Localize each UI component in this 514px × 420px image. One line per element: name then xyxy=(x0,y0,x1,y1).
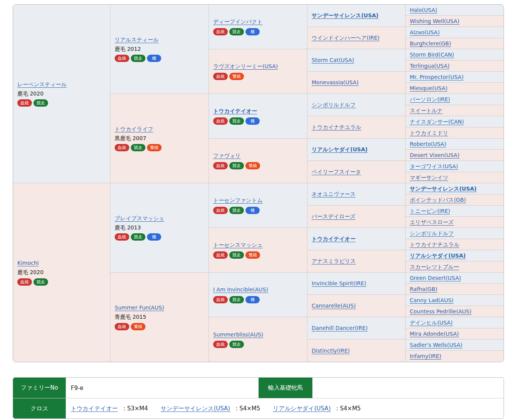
badge-bloodline[interactable]: 血統 xyxy=(213,207,228,214)
badge-bloodline[interactable]: 血統 xyxy=(115,233,129,241)
horse-link[interactable]: トニービン(IRE) xyxy=(410,207,450,214)
horse-link[interactable]: デインヒル(USA) xyxy=(410,319,453,326)
badge-racing[interactable]: 競走 xyxy=(229,251,244,259)
horse-link[interactable]: スカーレツトブルー xyxy=(410,263,459,270)
badge-bloodline[interactable]: 血統 xyxy=(115,323,129,330)
badge-breeding[interactable]: 繁殖 xyxy=(245,162,260,169)
badge-bloodline[interactable]: 血統 xyxy=(213,296,228,303)
horse-link[interactable]: バースデイローズ xyxy=(312,213,355,220)
horse-link[interactable]: エリザベスローズ xyxy=(410,219,454,226)
horse-link[interactable]: Infamy(IRE) xyxy=(410,353,441,360)
horse-link[interactable]: サンデーサイレンス(USA) xyxy=(161,405,230,412)
horse-link[interactable]: Rafha(GB) xyxy=(410,286,437,293)
badge-bloodline[interactable]: 血統 xyxy=(213,251,228,259)
badge-breeding[interactable]: 繁殖 xyxy=(245,251,260,259)
horse-link[interactable]: Danehill Dancer(IRE) xyxy=(312,325,368,331)
badge-bloodline[interactable]: 血統 xyxy=(213,341,228,348)
badge-stud[interactable]: 種 xyxy=(245,28,260,35)
horse-link[interactable]: リアルシヤダイ(USA) xyxy=(312,146,367,153)
horse-link[interactable]: トウカイナチユラル xyxy=(312,124,361,131)
horse-link[interactable]: サンデーサイレンス(USA) xyxy=(312,12,379,19)
horse-link[interactable]: Monevassia(USA) xyxy=(312,79,359,86)
badge-racing[interactable]: 競走 xyxy=(229,296,244,303)
horse-link[interactable]: ブレイブスマッシュ xyxy=(115,215,164,222)
horse-link[interactable]: リアルスティール xyxy=(115,36,159,43)
badge-racing[interactable]: 競走 xyxy=(229,117,244,125)
horse-link[interactable]: Countess Pedrille(AUS) xyxy=(410,308,471,315)
badge-racing[interactable]: 競走 xyxy=(131,55,145,62)
horse-link[interactable]: Roberto(USA) xyxy=(410,141,446,147)
horse-link[interactable]: Sadler's Wells(USA) xyxy=(410,341,462,348)
badge-racing[interactable]: 競走 xyxy=(229,207,244,214)
horse-link[interactable]: サンデーサイレンス(USA) xyxy=(410,185,477,192)
badge-bloodline[interactable]: 血統 xyxy=(213,117,228,125)
horse-link[interactable]: Kimochi xyxy=(17,259,39,266)
horse-link[interactable]: Distinctly(IRE) xyxy=(312,347,350,354)
horse-link[interactable]: マギーサンイツ xyxy=(410,174,448,181)
horse-link[interactable]: ウインドインハーヘア(IRE) xyxy=(312,34,380,41)
badge-racing[interactable]: 競走 xyxy=(229,162,244,169)
badge-bloodline[interactable]: 血統 xyxy=(17,99,32,107)
horse-link[interactable]: トウカイナチユラル xyxy=(410,241,459,248)
horse-link[interactable]: Halo(USA) xyxy=(410,7,437,13)
horse-link[interactable]: Green Desert(USA) xyxy=(410,274,461,281)
badge-bloodline[interactable]: 血統 xyxy=(115,55,129,62)
horse-link[interactable]: Terlingua(USA) xyxy=(410,62,449,69)
badge-stud[interactable]: 種 xyxy=(147,233,161,241)
horse-link[interactable]: Summer Fun(AUS) xyxy=(115,304,164,311)
horse-link[interactable]: ターゴワイス(USA) xyxy=(410,163,458,170)
badge-bloodline[interactable]: 血統 xyxy=(115,144,129,151)
horse-link[interactable]: Wishing Well(USA) xyxy=(410,18,459,25)
horse-link[interactable]: トウカイテイオー xyxy=(71,405,118,412)
horse-link[interactable]: Mira Adonde(USA) xyxy=(410,330,459,337)
horse-link[interactable]: Desert Vixen(USA) xyxy=(410,152,459,159)
badge-stud[interactable]: 種 xyxy=(245,207,260,214)
badge-bloodline[interactable]: 血統 xyxy=(213,73,228,80)
horse-link[interactable]: I Am Invincible(AUS) xyxy=(213,286,268,293)
badge-racing[interactable]: 競走 xyxy=(229,28,244,35)
badge-bloodline[interactable]: 血統 xyxy=(17,278,32,286)
badge-racing[interactable]: 競走 xyxy=(33,278,48,286)
horse-link[interactable]: ネオユニヴァース xyxy=(312,191,355,197)
badge-bloodline[interactable]: 血統 xyxy=(213,162,228,169)
horse-link[interactable]: シンボリルドルフ xyxy=(312,101,356,108)
horse-link[interactable]: リアルシヤダイ(USA) xyxy=(273,405,330,412)
horse-link[interactable]: ポインテッドパス(GB) xyxy=(410,196,466,203)
horse-link[interactable]: シンボリルドルフ xyxy=(410,230,454,237)
horse-link[interactable]: レーベンスティール xyxy=(17,81,67,88)
horse-link[interactable]: トウカイミドリ xyxy=(410,129,448,136)
horse-link[interactable]: スイートルナ xyxy=(410,107,443,114)
horse-link[interactable]: Alzao(USA) xyxy=(410,29,440,36)
badge-stud[interactable]: 種 xyxy=(245,117,260,125)
horse-link[interactable]: Mr. Prospector(USA) xyxy=(410,74,464,80)
horse-link[interactable]: Invincible Spirit(IRE) xyxy=(312,280,366,287)
horse-link[interactable]: ファヴォリ xyxy=(213,152,241,159)
badge-breeding[interactable]: 繁殖 xyxy=(229,73,244,80)
badge-racing[interactable]: 競走 xyxy=(33,99,48,107)
horse-link[interactable]: アナスミラビリス xyxy=(312,258,356,264)
horse-link[interactable]: ラヴズオンリーミー(USA) xyxy=(213,63,278,70)
horse-link[interactable]: トウカイテイオー xyxy=(312,235,355,242)
badge-racing[interactable]: 競走 xyxy=(229,341,244,348)
horse-link[interactable]: パーソロン(IRE) xyxy=(410,96,450,103)
horse-link[interactable]: トーセンスマッシュ xyxy=(213,241,263,248)
horse-link[interactable]: トーセンファントム xyxy=(213,197,263,204)
horse-link[interactable]: ディープインパクト xyxy=(213,18,263,25)
horse-link[interactable]: ベイリーフスイータ xyxy=(312,168,361,175)
badge-stud[interactable]: 種 xyxy=(245,296,260,303)
badge-breeding[interactable]: 繁殖 xyxy=(147,144,162,151)
badge-stud[interactable]: 種 xyxy=(147,55,161,62)
badge-racing[interactable]: 競走 xyxy=(131,144,145,151)
horse-link[interactable]: Canny Lad(AUS) xyxy=(410,297,454,304)
badge-breeding[interactable]: 繁殖 xyxy=(131,323,145,330)
horse-link[interactable]: Storm Cat(USA) xyxy=(312,57,354,64)
horse-link[interactable]: トウカイテイオー xyxy=(213,107,257,114)
horse-link[interactable]: Storm Bird(CAN) xyxy=(410,51,454,58)
badge-bloodline[interactable]: 血統 xyxy=(213,28,228,35)
horse-link[interactable]: Cannarelle(AUS) xyxy=(312,302,356,309)
badge-racing[interactable]: 競走 xyxy=(131,233,145,241)
horse-link[interactable]: リアルシヤダイ(USA) xyxy=(410,252,466,259)
horse-link[interactable]: Burghclere(GB) xyxy=(410,40,451,47)
horse-link[interactable]: ナイスダンサー(CAN) xyxy=(410,118,464,125)
horse-link[interactable]: Summerbliss(AUS) xyxy=(213,331,263,338)
